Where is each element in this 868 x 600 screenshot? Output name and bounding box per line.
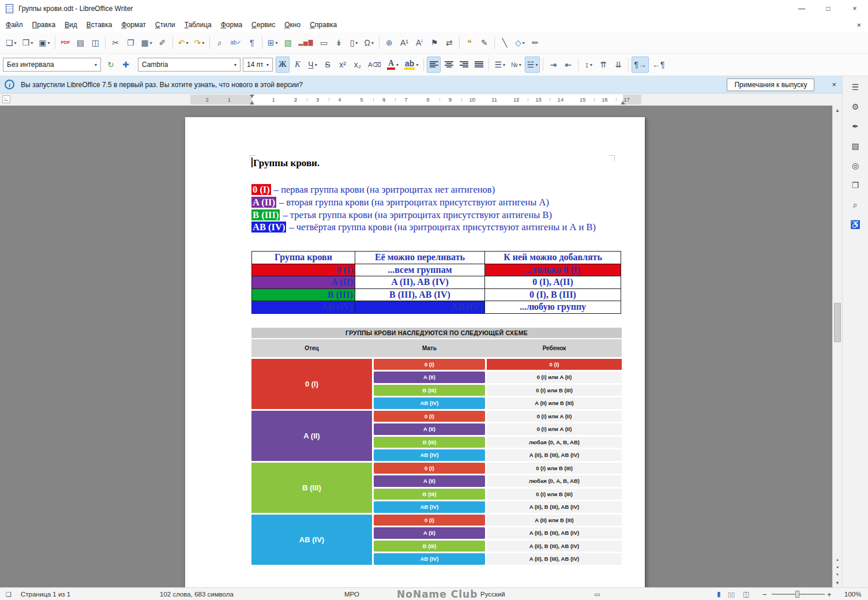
- decrease-indent-button[interactable]: ⇤: [561, 57, 575, 73]
- document-canvas[interactable]: Группы крови. 0 (I)– первая группа крови…: [0, 106, 832, 587]
- single-page-view-button[interactable]: ▮: [717, 588, 721, 600]
- style-inspector-button[interactable]: ⌕: [847, 197, 864, 213]
- strikethrough-button[interactable]: S: [321, 57, 335, 73]
- zoom-slider-thumb[interactable]: [795, 591, 799, 598]
- insert-comment-button[interactable]: ❝: [463, 35, 476, 51]
- print-preview-button[interactable]: ◫: [88, 35, 102, 51]
- italic-button[interactable]: К: [291, 57, 305, 73]
- insert-cross-reference-button[interactable]: ⇄: [442, 35, 456, 51]
- underline-button[interactable]: Ч ▾: [306, 57, 320, 73]
- language-status[interactable]: Русский: [480, 588, 505, 600]
- export-pdf-button[interactable]: PDF: [58, 35, 72, 51]
- align-left-button[interactable]: [427, 57, 441, 73]
- previous-page-button[interactable]: ▴: [833, 556, 842, 563]
- word-count-status[interactable]: 102 слова, 683 символа: [160, 588, 234, 600]
- increase-paragraph-spacing-button[interactable]: ⇈: [596, 57, 610, 73]
- justify-button[interactable]: [472, 57, 486, 73]
- menu-edit[interactable]: Правка: [28, 18, 61, 31]
- release-notes-button[interactable]: Примечания к выпуску: [727, 78, 814, 91]
- scroll-up-icon[interactable]: ▲: [833, 106, 842, 115]
- font-color-button[interactable]: A ▾: [385, 57, 401, 73]
- page-number-status[interactable]: Страница 1 из 1: [21, 588, 70, 600]
- find-replace-button[interactable]: ⌕: [213, 35, 227, 51]
- horizontal-ruler[interactable]: 211234567891011121314151617: [190, 95, 641, 104]
- close-button[interactable]: ×: [841, 0, 868, 17]
- update-style-button[interactable]: ↻: [104, 57, 118, 73]
- vertical-scrollbar[interactable]: ▲ ▴ ● ▾ ▼: [832, 106, 842, 587]
- spelling-button[interactable]: ab✓: [228, 35, 244, 51]
- right-to-left-button[interactable]: ←¶: [650, 57, 667, 73]
- decrease-paragraph-spacing-button[interactable]: ⇊: [611, 57, 625, 73]
- multi-page-view-button[interactable]: ▯▯: [728, 588, 735, 600]
- left-to-right-button[interactable]: ¶→: [632, 57, 649, 73]
- close-document-icon[interactable]: ×: [856, 21, 861, 29]
- insert-hyperlink-button[interactable]: ⊕: [382, 35, 396, 51]
- next-page-button[interactable]: ▾: [833, 571, 842, 578]
- superscript-button[interactable]: x²: [336, 57, 350, 73]
- subscript-button[interactable]: x₂: [351, 57, 365, 73]
- menu-file[interactable]: Файл: [1, 18, 28, 31]
- font-name-combobox[interactable]: Cambria ▾: [138, 58, 241, 72]
- menu-styles[interactable]: Стили: [151, 18, 180, 31]
- sidebar-settings-button[interactable]: ☰: [847, 79, 864, 95]
- undo-button[interactable]: ↶ ▾: [176, 35, 191, 51]
- menu-table[interactable]: Таблица: [180, 18, 216, 31]
- cut-button[interactable]: ✂: [108, 35, 122, 51]
- increase-indent-button[interactable]: ⇥: [546, 57, 560, 73]
- highlight-color-button[interactable]: ab ▾: [402, 57, 420, 73]
- bold-button[interactable]: Ж: [276, 57, 290, 73]
- scroll-down-icon[interactable]: ▼: [833, 578, 842, 587]
- numbered-list-button[interactable]: № ▾: [509, 57, 524, 73]
- clear-formatting-button[interactable]: A⌫: [366, 57, 384, 73]
- redo-button[interactable]: ↷ ▾: [191, 35, 206, 51]
- menu-tools[interactable]: Сервис: [247, 18, 280, 31]
- menu-help[interactable]: Справка: [305, 18, 341, 31]
- selection-mode-icon[interactable]: ▭: [594, 588, 600, 600]
- gallery-button[interactable]: ▧: [847, 138, 864, 154]
- menu-insert[interactable]: Вставка: [82, 18, 117, 31]
- basic-shapes-button[interactable]: ◇ ▾: [513, 35, 527, 51]
- menu-view[interactable]: Вид: [60, 18, 82, 31]
- clone-formatting-button[interactable]: ✐: [156, 35, 170, 51]
- insert-endnote-button[interactable]: Aⁱ: [412, 35, 426, 51]
- zoom-slider[interactable]: [772, 594, 825, 595]
- zoom-out-button[interactable]: −: [762, 588, 767, 600]
- print-button[interactable]: ▤: [73, 35, 87, 51]
- paste-button[interactable]: ▦ ▾: [138, 35, 154, 51]
- align-right-button[interactable]: [457, 57, 471, 73]
- paragraph-style-combobox[interactable]: Без интервала ▾: [3, 58, 101, 72]
- draw-functions-button[interactable]: ✏: [528, 35, 542, 51]
- insert-table-button[interactable]: ⊞ ▾: [265, 35, 280, 51]
- bullet-list-button[interactable]: ☰ ▾: [492, 57, 508, 73]
- outline-format-button[interactable]: ☱ ▾: [525, 57, 540, 73]
- insert-textbox-button[interactable]: ▭: [317, 35, 331, 51]
- zoom-in-button[interactable]: +: [827, 588, 832, 600]
- scrollbar-thumb[interactable]: [834, 303, 841, 342]
- insert-footnote-button[interactable]: A¹: [397, 35, 411, 51]
- left-indent-marker[interactable]: [250, 99, 254, 104]
- right-indent-marker[interactable]: [621, 99, 625, 104]
- zoom-level[interactable]: 100%: [844, 588, 861, 600]
- navigate-by-button[interactable]: ●: [833, 563, 842, 571]
- special-character-button[interactable]: Ω ▾: [362, 35, 376, 51]
- accessibility-check-button[interactable]: ♿: [847, 216, 864, 232]
- page-button[interactable]: ❐: [847, 177, 864, 193]
- insert-image-button[interactable]: ▧: [281, 35, 295, 51]
- document-page[interactable]: Группы крови. 0 (I)– первая группа крови…: [185, 117, 645, 587]
- properties-button[interactable]: ⚙: [847, 99, 864, 115]
- insert-bookmark-button[interactable]: ⚑: [427, 35, 441, 51]
- minimize-button[interactable]: —: [788, 0, 815, 17]
- menu-format[interactable]: Формат: [117, 18, 151, 31]
- save-button[interactable]: ▣ ▾: [36, 35, 52, 51]
- new-style-button[interactable]: ✚: [119, 57, 133, 73]
- copy-button[interactable]: ❐: [123, 35, 137, 51]
- open-file-button[interactable]: ❒ ▾: [20, 35, 36, 51]
- maximize-button[interactable]: □: [815, 0, 841, 17]
- book-view-button[interactable]: ◫: [743, 588, 749, 600]
- navigator-button[interactable]: ◎: [847, 158, 864, 174]
- line-spacing-button[interactable]: ↕ ▾: [581, 57, 595, 73]
- styles-button[interactable]: ✒: [847, 118, 864, 134]
- menu-window[interactable]: Окно: [280, 18, 305, 31]
- menu-form[interactable]: Форма: [216, 18, 247, 31]
- insert-chart-button[interactable]: ▂▅▇: [296, 35, 315, 51]
